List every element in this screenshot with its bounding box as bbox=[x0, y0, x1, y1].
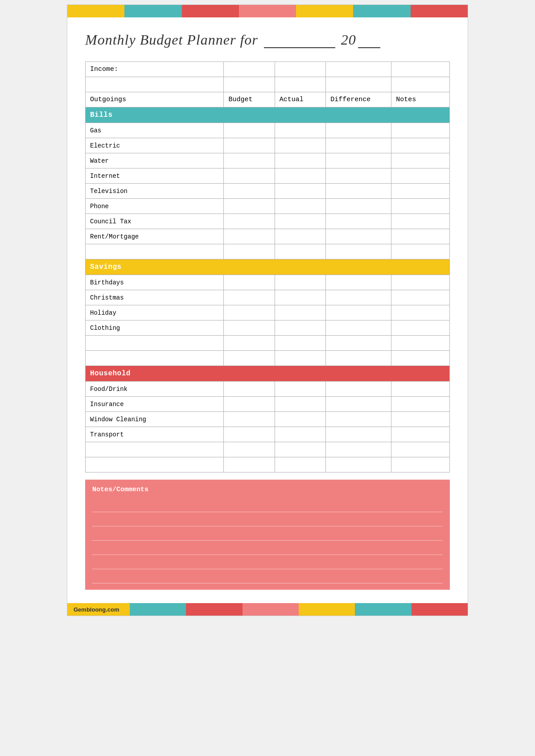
income-actual bbox=[275, 62, 325, 77]
top-color-bar bbox=[67, 5, 468, 17]
row-rent-mortgage: Rent/Mortgage bbox=[86, 229, 450, 244]
notes-line-4 bbox=[92, 541, 443, 555]
budget-table: Income: Outgoings Budget Actual Differen… bbox=[85, 62, 450, 472]
section-header-savings: Savings bbox=[86, 259, 450, 275]
notes-line-6 bbox=[92, 569, 443, 583]
row-label: Water bbox=[86, 153, 224, 168]
top-bar-seg-3 bbox=[182, 5, 239, 17]
row-label: Birthdays bbox=[86, 275, 224, 290]
section-header-household: Household bbox=[86, 366, 450, 382]
col-outgoings: Outgoings bbox=[86, 92, 224, 107]
bottom-bar-seg-3 bbox=[243, 603, 299, 616]
row-television: Television bbox=[86, 184, 450, 199]
savings-header: Savings bbox=[86, 259, 450, 275]
income-diff bbox=[326, 62, 391, 77]
row-label: Television bbox=[86, 184, 224, 199]
spacer-after-bills bbox=[86, 244, 450, 259]
household-header: Household bbox=[86, 366, 450, 382]
col-actual: Actual bbox=[275, 92, 325, 107]
bills-header: Bills bbox=[86, 107, 450, 123]
row-window-cleaning: Window Cleaning bbox=[86, 412, 450, 427]
bottom-bar-seg-5 bbox=[355, 603, 411, 616]
top-bar-seg-6 bbox=[353, 5, 410, 17]
row-label: Insurance bbox=[86, 397, 224, 412]
row-phone: Phone bbox=[86, 199, 450, 214]
col-difference: Difference bbox=[326, 92, 391, 107]
spacer-savings-1 bbox=[86, 336, 450, 351]
col-notes: Notes bbox=[391, 92, 450, 107]
row-gas: Gas bbox=[86, 123, 450, 138]
row-label: Phone bbox=[86, 199, 224, 214]
cell-actual bbox=[275, 123, 325, 138]
row-label: Rent/Mortgage bbox=[86, 229, 224, 244]
year-blank bbox=[358, 31, 380, 48]
row-label: Gas bbox=[86, 123, 224, 138]
page: Monthly Budget Planner for 20 Income: bbox=[67, 4, 468, 616]
cell-diff bbox=[326, 123, 391, 138]
title-text: Monthly Budget Planner for bbox=[85, 32, 258, 48]
notes-line-1 bbox=[92, 498, 443, 512]
title-blank-line bbox=[264, 31, 335, 48]
notes-line-5 bbox=[92, 555, 443, 569]
row-label: Window Cleaning bbox=[86, 412, 224, 427]
spacer-household-2 bbox=[86, 457, 450, 472]
row-label: Holiday bbox=[86, 305, 224, 320]
spacer-household-1 bbox=[86, 442, 450, 457]
column-header-row: Outgoings Budget Actual Difference Notes bbox=[86, 92, 450, 107]
page-title: Monthly Budget Planner for 20 bbox=[85, 31, 450, 48]
top-bar-seg-5 bbox=[296, 5, 353, 17]
row-water: Water bbox=[86, 153, 450, 168]
notes-title: Notes/Comments bbox=[92, 486, 443, 493]
bottom-bar-seg-6 bbox=[412, 603, 468, 616]
bottom-section: Gembloong.com bbox=[67, 603, 468, 616]
row-holiday: Holiday bbox=[86, 305, 450, 320]
row-label: Council Tax bbox=[86, 214, 224, 229]
branding-text: Gembloong.com bbox=[74, 606, 119, 613]
row-insurance: Insurance bbox=[86, 397, 450, 412]
row-label: Food/Drink bbox=[86, 382, 224, 397]
section-header-bills: Bills bbox=[86, 107, 450, 123]
notes-line-3 bbox=[92, 526, 443, 541]
row-transport: Transport bbox=[86, 427, 450, 442]
row-council-tax: Council Tax bbox=[86, 214, 450, 229]
row-label: Internet bbox=[86, 168, 224, 184]
income-notes bbox=[391, 62, 450, 77]
year-prefix: 20 bbox=[341, 32, 356, 48]
row-birthdays: Birthdays bbox=[86, 275, 450, 290]
bottom-color-bar bbox=[130, 603, 468, 616]
row-food-drink: Food/Drink bbox=[86, 382, 450, 397]
row-internet: Internet bbox=[86, 168, 450, 184]
bottom-bar-seg-1 bbox=[130, 603, 186, 616]
cell-budget bbox=[224, 123, 275, 138]
top-bar-seg-7 bbox=[411, 5, 468, 17]
row-clothing: Clothing bbox=[86, 320, 450, 336]
row-label: Electric bbox=[86, 138, 224, 153]
income-label: Income: bbox=[86, 62, 224, 77]
top-bar-seg-1 bbox=[67, 5, 124, 17]
spacer-row-1 bbox=[86, 77, 450, 92]
top-bar-seg-4 bbox=[239, 5, 296, 17]
top-bar-seg-2 bbox=[124, 5, 181, 17]
branding-bar: Gembloong.com bbox=[67, 603, 130, 616]
income-row: Income: bbox=[86, 62, 450, 77]
cell-notes bbox=[391, 123, 450, 138]
notes-comments-box: Notes/Comments bbox=[85, 480, 450, 590]
notes-line-2 bbox=[92, 512, 443, 526]
row-label: Transport bbox=[86, 427, 224, 442]
row-label: Clothing bbox=[86, 320, 224, 336]
bottom-bar-seg-2 bbox=[186, 603, 242, 616]
notes-lines-area bbox=[92, 498, 443, 583]
row-electric: Electric bbox=[86, 138, 450, 153]
income-budget bbox=[224, 62, 275, 77]
row-label: Christmas bbox=[86, 290, 224, 305]
bottom-bar-seg-4 bbox=[299, 603, 355, 616]
col-budget: Budget bbox=[224, 92, 275, 107]
row-christmas: Christmas bbox=[86, 290, 450, 305]
spacer-savings-2 bbox=[86, 351, 450, 366]
